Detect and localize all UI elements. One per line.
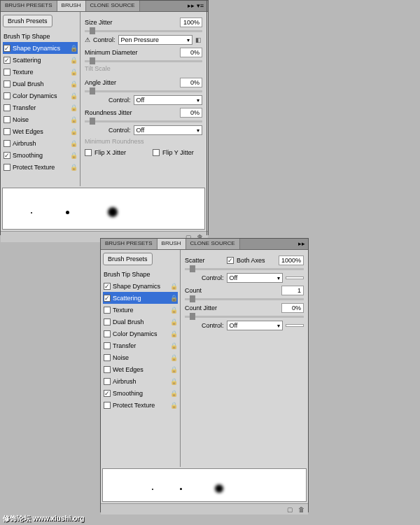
brush-panel-2: BRUSH PRESETS BRUSH CLONE SOURCE ▸▸ ▾≡ B… — [0, 0, 207, 235]
watermark: 修饰论坛 www.xiushi.org — [3, 514, 84, 524]
size-jitter-value[interactable]: 100% — [180, 18, 202, 27]
brush-presets-button[interactable]: Brush Presets — [3, 15, 52, 27]
tab-presets[interactable]: BRUSH PRESETS — [1, 1, 57, 11]
tab-clone[interactable]: CLONE SOURCE — [86, 1, 140, 11]
control-dropdown[interactable]: Pen Pressure — [118, 35, 192, 45]
panel-menu-icon[interactable]: ▸▸ ▾≡ — [185, 1, 206, 11]
tab-brush[interactable]: BRUSH — [57, 1, 86, 11]
brush-panel-3: BRUSH PRESETS BRUSH CLONE SOURCE ▸▸ Brus… — [100, 238, 309, 512]
